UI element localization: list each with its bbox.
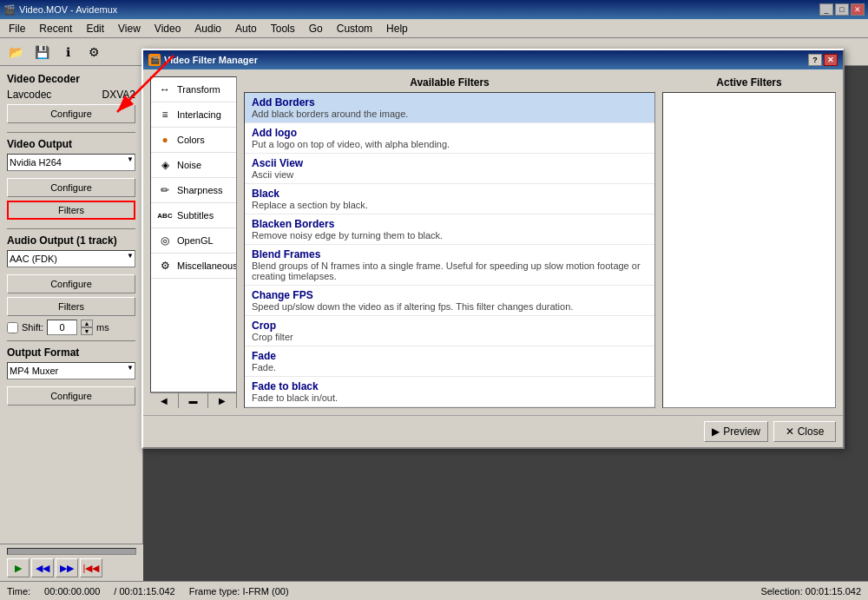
menu-edit[interactable]: Edit: [79, 21, 111, 36]
shift-down-button[interactable]: ▼: [81, 327, 93, 335]
video-output-title: Video Output: [7, 138, 135, 150]
audio-output-title: Audio Output (1 track): [7, 234, 135, 247]
video-decoder-configure-button[interactable]: Configure: [7, 104, 135, 123]
filter-item-change-fps[interactable]: Change FPS Speed up/slow down the video …: [245, 286, 654, 316]
open-button[interactable]: 📂: [3, 41, 28, 63]
noise-icon: ◈: [156, 156, 174, 174]
close-icon: ✕: [786, 425, 794, 438]
filter-name-ascii-view: Ascii View: [252, 157, 648, 169]
filter-name-change-fps: Change FPS: [252, 289, 648, 301]
category-sharpness[interactable]: ✏ Sharpness: [151, 178, 236, 203]
dialog-close-button[interactable]: ✕: [824, 54, 838, 66]
menu-video[interactable]: Video: [148, 21, 187, 36]
filter-item-black[interactable]: Black Replace a section by black.: [245, 184, 654, 214]
category-navigation: ◀ ▬ ▶: [150, 392, 237, 408]
filter-item-crop[interactable]: Crop Crop filter: [245, 316, 654, 346]
category-opengl[interactable]: ◎ OpenGL: [151, 228, 236, 254]
preview-icon: ▶: [712, 425, 720, 438]
menu-recent[interactable]: Recent: [32, 21, 79, 36]
opengl-icon: ◎: [156, 232, 174, 249]
category-subtitles[interactable]: ABC Subtitles: [151, 203, 236, 228]
filter-item-add-logo[interactable]: Add logo Put a logo on top of video, wit…: [245, 123, 654, 154]
cat-scroll-button[interactable]: ▬: [179, 393, 207, 408]
frame-type: Frame type: I-FRM (00): [189, 586, 289, 597]
menu-go[interactable]: Go: [302, 21, 330, 36]
filter-desc-ascii-view: Ascii view: [252, 169, 648, 180]
shift-checkbox[interactable]: [7, 322, 18, 333]
filter-desc-blend-frames: Blend groups of N frames into a single f…: [252, 260, 648, 281]
category-miscellaneous[interactable]: ⚙ Miscellaneous: [151, 254, 236, 279]
menu-auto[interactable]: Auto: [228, 21, 264, 36]
filter-desc-fade: Fade.: [252, 362, 648, 373]
filter-desc-fade-to-black: Fade to black in/out.: [252, 392, 648, 403]
filter-desc-blacken-borders: Remove noisy edge by turning them to bla…: [252, 230, 648, 241]
shift-spinner: ▲ ▼: [81, 320, 93, 335]
shift-up-button[interactable]: ▲: [81, 320, 93, 327]
filter-item-blacken-borders[interactable]: Blacken Borders Remove noisy edge by tur…: [245, 214, 654, 245]
video-output-select[interactable]: Nvidia H264: [7, 154, 135, 171]
filter-item-blend-frames[interactable]: Blend Frames Blend groups of N frames in…: [245, 245, 654, 286]
sharpness-icon: ✏: [156, 181, 174, 199]
audio-format-select-wrapper: AAC (FDK): [7, 250, 135, 271]
output-configure-button[interactable]: Configure: [7, 386, 135, 405]
settings-button[interactable]: ⚙: [82, 41, 106, 63]
save-button[interactable]: 💾: [30, 41, 54, 63]
filter-name-add-borders: Add Borders: [252, 96, 648, 109]
filter-name-blacken-borders: Blacken Borders: [252, 218, 648, 230]
audio-filters-button[interactable]: Filters: [7, 297, 135, 316]
maximize-button[interactable]: □: [835, 3, 849, 16]
menu-view[interactable]: View: [111, 21, 148, 36]
menu-custom[interactable]: Custom: [330, 21, 379, 36]
active-filters-list: [662, 92, 836, 408]
dialog-help-button[interactable]: ?: [808, 54, 822, 66]
video-output-configure-button[interactable]: Configure: [7, 178, 135, 197]
seek-bar[interactable]: [7, 548, 136, 555]
left-panel: Video Decoder Lavcodec DXVA2 Configure V…: [0, 66, 143, 581]
menu-audio[interactable]: Audio: [187, 21, 228, 36]
status-bar: Time: 00:00:00.000 / 00:01:15.042 Frame …: [0, 581, 868, 600]
category-interlacing[interactable]: ≡ Interlacing: [151, 102, 236, 128]
menu-help[interactable]: Help: [379, 21, 415, 36]
menu-tools[interactable]: Tools: [264, 21, 302, 36]
filter-name-blend-frames: Blend Frames: [252, 248, 648, 260]
separator-2: [7, 228, 135, 229]
cat-prev-button[interactable]: ◀: [150, 393, 179, 408]
rewind-button[interactable]: ◀◀: [31, 558, 54, 577]
audio-configure-button[interactable]: Configure: [7, 274, 135, 293]
cat-next-button[interactable]: ▶: [208, 393, 237, 408]
fast-rewind-button[interactable]: |◀◀: [80, 558, 102, 577]
audio-format-select[interactable]: AAC (FDK): [7, 250, 135, 267]
filter-item-ascii-view[interactable]: Ascii View Ascii view: [245, 154, 654, 184]
preview-button[interactable]: ▶ Preview: [704, 421, 768, 442]
window-controls: _ □ ✕: [819, 3, 865, 16]
shift-label: Shift:: [22, 322, 43, 333]
dialog-title-buttons: ? ✕: [808, 54, 838, 66]
category-colors[interactable]: ● Colors: [151, 128, 236, 153]
shift-input[interactable]: 0: [47, 320, 77, 335]
filter-desc-crop: Crop filter: [252, 332, 648, 342]
filters-list[interactable]: Add Borders Add black borders around the…: [244, 92, 655, 408]
separator-1: [7, 132, 135, 133]
video-output-select-wrapper: Nvidia H264: [7, 154, 135, 175]
dxva2-label: DXVA2: [102, 89, 135, 101]
menu-file[interactable]: File: [2, 21, 32, 36]
filter-desc-add-logo: Put a logo on top of video, with alpha b…: [252, 139, 648, 149]
filter-item-fade[interactable]: Fade Fade.: [245, 346, 654, 377]
window-close-button[interactable]: ✕: [851, 3, 865, 16]
filter-desc-black: Replace a section by black.: [252, 200, 648, 210]
video-filters-button[interactable]: Filters: [7, 201, 135, 220]
info-button[interactable]: ℹ: [56, 41, 80, 63]
category-noise[interactable]: ◈ Noise: [151, 153, 236, 178]
play-button[interactable]: ▶: [7, 558, 30, 577]
forward-button[interactable]: ▶▶: [56, 558, 78, 577]
ms-label: ms: [96, 322, 109, 333]
app-icon: 🎬: [3, 4, 16, 16]
close-button[interactable]: ✕ Close: [773, 421, 836, 442]
filter-item-add-borders[interactable]: Add Borders Add black borders around the…: [245, 93, 654, 123]
output-format-select[interactable]: MP4 Muxer: [7, 362, 135, 379]
video-decoder-title: Video Decoder: [7, 73, 135, 85]
minimize-button[interactable]: _: [819, 3, 833, 16]
category-transform[interactable]: ↔ Transform: [151, 77, 236, 102]
shift-row: Shift: 0 ▲ ▼ ms: [7, 320, 135, 335]
filter-item-fade-to-black[interactable]: Fade to black Fade to black in/out.: [245, 377, 654, 407]
